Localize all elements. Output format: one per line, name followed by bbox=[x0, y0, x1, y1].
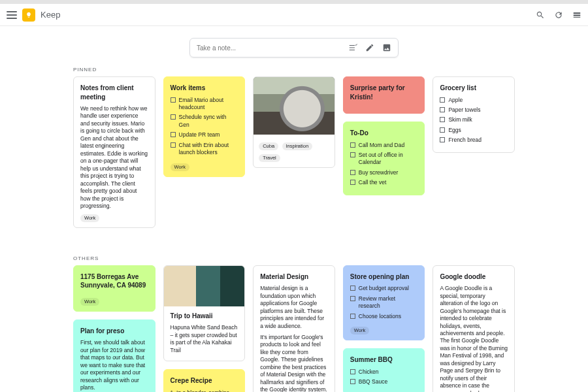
keep-logo-icon bbox=[22, 8, 35, 22]
check-item-label: Review market research bbox=[359, 295, 418, 310]
section-others-label: OTHERS bbox=[0, 241, 588, 265]
note-image bbox=[253, 77, 335, 135]
checkbox-icon[interactable] bbox=[171, 97, 176, 103]
check-item-label: Call Mom and Dad bbox=[359, 142, 404, 149]
note-image bbox=[164, 266, 245, 306]
check-item-label: French bread bbox=[448, 137, 482, 144]
checkbox-icon[interactable] bbox=[440, 127, 445, 133]
check-item-label: Buy screwdriver bbox=[359, 169, 398, 176]
section-pinned-label: PINNED bbox=[0, 67, 588, 76]
note-title: 1175 Borregas Ave Sunnyvale, CA 94089 bbox=[80, 272, 148, 290]
note-title: Surprise party for Kristin! bbox=[350, 84, 418, 101]
note-body: Material design is a foundation upon whi… bbox=[260, 285, 328, 330]
check-item-label: Chicken bbox=[359, 368, 379, 376]
check-item-label: Skim milk bbox=[448, 116, 472, 123]
note-body: We need to rethink how we handle user ex… bbox=[80, 105, 148, 210]
compose-input[interactable] bbox=[197, 44, 348, 52]
note-material-design[interactable]: Material Design Material design is a fou… bbox=[253, 265, 335, 392]
note-title: Material Design bbox=[260, 272, 328, 282]
new-checklist-icon[interactable] bbox=[348, 43, 357, 52]
compose-bar[interactable] bbox=[189, 38, 399, 57]
note-title: To-Do bbox=[350, 129, 418, 138]
checkbox-icon[interactable] bbox=[440, 117, 445, 122]
note-tag[interactable]: Work bbox=[171, 163, 189, 171]
note-plan-preso[interactable]: Plan for preso First, we should talk abo… bbox=[73, 319, 155, 392]
checkbox-icon[interactable] bbox=[171, 142, 176, 148]
note-body: 1. In a blender, combine flour, sugar, s… bbox=[171, 389, 238, 392]
note-summer-bbq[interactable]: Summer BBQ Chicken BBQ Sauce bbox=[343, 348, 425, 392]
new-image-icon[interactable] bbox=[382, 43, 391, 52]
note-title: Trip to Hawaii bbox=[171, 312, 238, 321]
checkbox-icon[interactable] bbox=[350, 170, 355, 175]
note-title: Google doodle bbox=[440, 272, 508, 282]
note-address[interactable]: 1175 Borregas Ave Sunnyvale, CA 94089 Wo… bbox=[73, 265, 155, 312]
note-grocery[interactable]: Grocery list Apple Paper towels Skim mil… bbox=[433, 76, 515, 153]
note-title: Grocery list bbox=[440, 84, 508, 93]
check-item-label: Call the vet bbox=[359, 179, 387, 186]
note-tag[interactable]: Inspiration bbox=[282, 142, 313, 150]
note-tag[interactable]: Work bbox=[80, 298, 99, 306]
refresh-icon[interactable] bbox=[554, 10, 563, 20]
checkbox-icon[interactable] bbox=[350, 369, 355, 374]
checkbox-icon[interactable] bbox=[350, 314, 355, 319]
checkbox-icon[interactable] bbox=[350, 142, 355, 148]
others-board: 1175 Borregas Ave Sunnyvale, CA 94089 Wo… bbox=[0, 265, 588, 392]
checkbox-icon[interactable] bbox=[350, 286, 355, 291]
note-client-meeting[interactable]: Notes from client meeting We need to ret… bbox=[73, 76, 155, 228]
check-item-label: Get budget approval bbox=[359, 285, 409, 292]
note-tag[interactable]: Work bbox=[80, 214, 99, 222]
checkbox-icon[interactable] bbox=[171, 132, 176, 137]
check-item-label: Set out of office in Calendar bbox=[359, 152, 418, 167]
note-hawaii[interactable]: Trip to Hawaii Hapuna White Sand Beach –… bbox=[163, 265, 246, 361]
check-item-label: Apple bbox=[448, 97, 463, 104]
note-title: Summer BBQ bbox=[350, 355, 418, 365]
note-work-items[interactable]: Work items Email Mario about headcount S… bbox=[163, 76, 246, 177]
checkbox-icon[interactable] bbox=[350, 180, 355, 185]
note-title: Crepe Recipe bbox=[171, 376, 238, 385]
checkbox-icon[interactable] bbox=[350, 379, 355, 384]
check-item-label: BBQ Sauce bbox=[359, 378, 387, 385]
note-google-doodle[interactable]: Google doodle A Google Doodle is a speci… bbox=[433, 265, 515, 392]
menu-icon[interactable] bbox=[7, 10, 17, 20]
check-item-label: Email Mario about headcount bbox=[179, 97, 238, 112]
check-item-label: Chat with Erin about launch blockers bbox=[179, 142, 238, 157]
search-icon[interactable] bbox=[536, 10, 545, 20]
note-body: It's important for Google's products to … bbox=[260, 334, 328, 392]
checkbox-icon[interactable] bbox=[440, 137, 445, 142]
view-toggle-icon[interactable] bbox=[572, 10, 581, 20]
note-title: Plan for preso bbox=[80, 327, 148, 336]
note-todo[interactable]: To-Do Call Mom and Dad Set out of office… bbox=[343, 122, 425, 195]
note-tag[interactable]: Work bbox=[350, 327, 369, 335]
pinned-board: Notes from client meeting We need to ret… bbox=[0, 76, 588, 241]
checkbox-icon[interactable] bbox=[350, 296, 355, 301]
note-title: Notes from client meeting bbox=[80, 84, 148, 101]
app-title: Keep bbox=[41, 10, 60, 20]
check-item-label: Choose locations bbox=[359, 313, 401, 320]
note-body: A Google Doodle is a special, temporary … bbox=[440, 285, 508, 392]
note-tag[interactable]: Cuba bbox=[259, 142, 278, 150]
note-car-image[interactable]: Cuba Inspiration Travel bbox=[253, 76, 335, 168]
checkbox-icon[interactable] bbox=[440, 107, 445, 112]
check-item-label: Eggs bbox=[448, 127, 461, 134]
check-item-label: Paper towels bbox=[448, 106, 480, 114]
check-item-label: Update PR team bbox=[179, 131, 220, 139]
checkbox-icon[interactable] bbox=[171, 114, 176, 120]
check-item-label: Schedule sync with Gen bbox=[179, 114, 238, 129]
checkbox-icon[interactable] bbox=[350, 152, 355, 157]
note-body: Hapuna White Sand Beach – it gets super … bbox=[171, 324, 238, 354]
checkbox-icon[interactable] bbox=[440, 97, 445, 103]
note-tag[interactable]: Travel bbox=[259, 154, 280, 162]
note-body: First, we should talk about our plan for… bbox=[80, 339, 148, 391]
note-store-plan[interactable]: Store opening plan Get budget approval R… bbox=[343, 265, 425, 341]
note-title: Store opening plan bbox=[350, 272, 418, 282]
note-title: Work items bbox=[171, 84, 238, 93]
note-surprise[interactable]: Surprise party for Kristin! bbox=[343, 76, 425, 114]
app-header: Keep bbox=[0, 4, 588, 26]
new-drawing-icon[interactable] bbox=[365, 43, 374, 52]
note-crepe[interactable]: Crepe Recipe 1. In a blender, combine fl… bbox=[163, 369, 246, 392]
